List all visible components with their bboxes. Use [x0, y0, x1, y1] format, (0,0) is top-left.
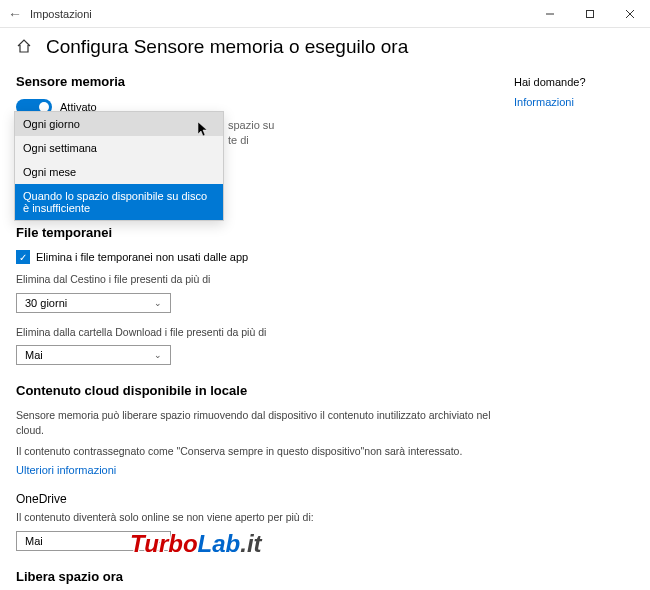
dropdown-option-low-disk[interactable]: Quando lo spazio disponibile su disco è … [15, 184, 223, 220]
download-dropdown[interactable]: Mai ⌄ [16, 345, 171, 365]
checkbox-icon[interactable]: ✓ [16, 250, 30, 264]
temp-files-heading: File temporanei [16, 225, 494, 240]
section-free-now: Libera spazio ora usando le impostazioni… [16, 569, 494, 590]
window-title: Impostazioni [30, 8, 92, 20]
dropdown-option-monthly[interactable]: Ogni mese [15, 160, 223, 184]
chevron-down-icon: ⌄ [154, 298, 162, 308]
dropdown-option-weekly[interactable]: Ogni settimana [15, 136, 223, 160]
cloud-heading: Contenuto cloud disponibile in locale [16, 383, 494, 398]
window-titlebar: ← Impostazioni [0, 0, 650, 28]
section-storage-sense: Sensore memoria Attivato [16, 74, 494, 115]
back-arrow-icon[interactable]: ← [8, 6, 22, 22]
download-label: Elimina dalla cartella Download i file p… [16, 325, 494, 340]
download-dropdown-value: Mai [25, 349, 43, 361]
cursor-icon [198, 122, 210, 141]
frequency-dropdown-list[interactable]: Ogni giorno Ogni settimana Ogni mese Qua… [14, 111, 224, 221]
maximize-button[interactable] [570, 0, 610, 28]
recycle-label: Elimina dal Cestino i file presenti da p… [16, 272, 494, 287]
storage-sense-heading: Sensore memoria [16, 74, 494, 89]
watermark: TurboLab.it [130, 530, 262, 558]
section-cloud-content: Contenuto cloud disponibile in locale Se… [16, 383, 494, 551]
chevron-down-icon: ⌄ [154, 350, 162, 360]
section-temp-files: File temporanei ✓ Elimina i file tempora… [16, 225, 494, 365]
svg-rect-1 [587, 10, 594, 17]
help-pane: Hai domande? Informazioni [514, 74, 634, 590]
close-button[interactable] [610, 0, 650, 28]
behind-dropdown-text: spazio su te di [228, 118, 274, 149]
recycle-dropdown[interactable]: 30 giorni ⌄ [16, 293, 171, 313]
dropdown-option-daily[interactable]: Ogni giorno [15, 112, 223, 136]
cloud-desc1: Sensore memoria può liberare spazio rimu… [16, 408, 494, 437]
recycle-dropdown-value: 30 giorni [25, 297, 67, 309]
delete-temp-checkbox-row[interactable]: ✓ Elimina i file temporanei non usati da… [16, 250, 494, 264]
onedrive-dropdown-value: Mai [25, 535, 43, 547]
onedrive-heading: OneDrive [16, 492, 494, 506]
delete-temp-checkbox-label: Elimina i file temporanei non usati dall… [36, 251, 248, 263]
help-link[interactable]: Informazioni [514, 96, 574, 108]
onedrive-desc: Il contenuto diventerà solo online se no… [16, 510, 494, 525]
minimize-button[interactable] [530, 0, 570, 28]
help-heading: Hai domande? [514, 76, 634, 88]
free-now-heading: Libera spazio ora [16, 569, 494, 584]
cloud-more-info-link[interactable]: Ulteriori informazioni [16, 464, 116, 476]
page-title: Configura Sensore memoria o eseguilo ora [46, 36, 408, 58]
home-icon[interactable] [16, 38, 32, 56]
page-header: Configura Sensore memoria o eseguilo ora [0, 28, 650, 66]
cloud-desc2: Il contenuto contrassegnato come "Conser… [16, 444, 494, 459]
